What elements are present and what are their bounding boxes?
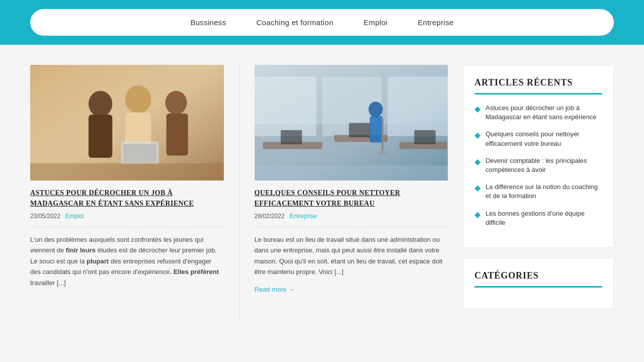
header-background: Bussiness Coaching et formation Emploi E… (0, 0, 644, 45)
article-2-read-more[interactable]: Read more → (255, 286, 295, 293)
main-container: Astuces pour décrocher un job à Madagasc… (20, 65, 624, 319)
article-2-date: 28/02/2022 (255, 213, 285, 220)
svg-rect-24 (381, 118, 383, 151)
svg-point-2 (89, 91, 112, 117)
svg-point-22 (368, 102, 382, 117)
article-2-title[interactable]: Quelques conseils pour nettoyer efficace… (255, 188, 448, 209)
svg-point-8 (166, 91, 187, 115)
nav-item-entreprise[interactable]: Entreprise (418, 18, 453, 27)
sidebar-recent-item-5[interactable]: ◆ Les bonnes gestions d'une équipe diffi… (474, 209, 602, 227)
svg-rect-9 (167, 114, 188, 156)
article-1-date: 23/05/2022 (30, 213, 60, 220)
articles-area: Astuces pour décrocher un job à Madagasc… (30, 65, 448, 319)
sidebar-recent-link-4: La différence sur la notion du coaching … (486, 183, 602, 201)
svg-rect-19 (280, 130, 301, 144)
sidebar-recent-item-1[interactable]: ◆ Astuces pour décrocher un job à Madaga… (474, 104, 602, 122)
sidebar-recent-link-5: Les bonnes gestions d'une équipe diffici… (486, 209, 602, 227)
sidebar-categories-title: Catégories (474, 270, 602, 288)
article-1-divider (30, 227, 224, 227)
svg-rect-7 (123, 144, 157, 162)
sidebar-recent-link-2: Quelques conseils pour nettoyer efficace… (486, 130, 602, 148)
tag-icon-4: ◆ (474, 183, 480, 193)
svg-rect-26 (255, 166, 448, 180)
article-2-image (255, 65, 448, 180)
sidebar-recent-link-3: Devenir comptable : les principales comp… (486, 156, 602, 174)
svg-point-25 (377, 150, 387, 155)
article-1-category[interactable]: Emploi (65, 213, 84, 220)
svg-rect-20 (349, 123, 370, 137)
sidebar: Articles récents ◆ Astuces pour décroche… (463, 65, 614, 319)
sidebar-recent-item-3[interactable]: ◆ Devenir comptable : les principales co… (474, 156, 602, 174)
tag-icon-3: ◆ (474, 157, 480, 166)
nav-item-bussiness[interactable]: Bussiness (190, 18, 226, 27)
svg-rect-3 (89, 115, 112, 158)
tag-icon-2: ◆ (474, 130, 480, 140)
svg-rect-10 (30, 163, 224, 180)
nav-item-coaching[interactable]: Coaching et formation (256, 18, 333, 27)
articles-vertical-divider (239, 65, 239, 319)
article-card-1: Astuces pour décrocher un job à Madagasc… (30, 65, 224, 288)
article-1-excerpt: L'un des problèmes auxquels sont confron… (30, 234, 224, 288)
sidebar-recent-link-1: Astuces pour décrocher un job à Madagasc… (486, 104, 602, 122)
svg-rect-21 (414, 130, 435, 144)
article-2-divider (255, 227, 448, 227)
svg-rect-13 (255, 77, 316, 136)
article-1-meta: 23/05/2022 Emploi (30, 213, 224, 220)
sidebar-recent-section: Articles récents ◆ Astuces pour décroche… (463, 65, 614, 248)
article-2-category[interactable]: Entreprise (290, 213, 317, 220)
sidebar-categories-section: Catégories (463, 258, 614, 309)
navigation-bar: Bussiness Coaching et formation Emploi E… (30, 9, 614, 36)
article-2-excerpt: Le bureau est un lieu de travail situé d… (255, 234, 448, 278)
article-card-2: Quelques conseils pour nettoyer efficace… (255, 65, 448, 294)
svg-rect-15 (387, 77, 448, 136)
svg-rect-23 (369, 116, 382, 142)
article-1-image (30, 65, 224, 180)
nav-item-emploi[interactable]: Emploi (364, 18, 388, 27)
sidebar-recent-title: Articles récents (474, 77, 602, 95)
sidebar-recent-item-4[interactable]: ◆ La différence sur la notion du coachin… (474, 183, 602, 201)
tag-icon-1: ◆ (474, 104, 480, 114)
article-2-meta: 28/02/2022 Entreprise (255, 213, 448, 220)
svg-point-4 (125, 85, 151, 114)
tag-icon-5: ◆ (474, 210, 480, 219)
sidebar-recent-item-2[interactable]: ◆ Quelques conseils pour nettoyer effica… (474, 130, 602, 148)
article-1-title[interactable]: Astuces pour décrocher un job à Madagasc… (30, 188, 224, 209)
